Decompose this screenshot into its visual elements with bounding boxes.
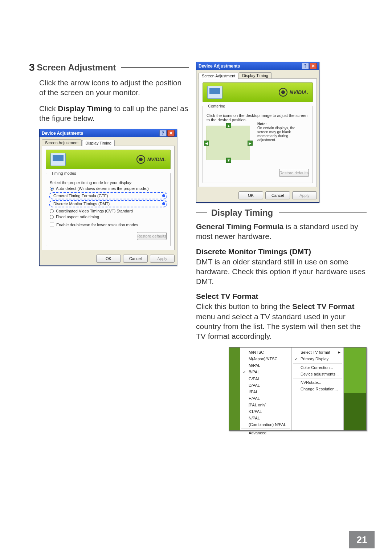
cancel-button[interactable]: Cancel xyxy=(123,255,148,263)
checkbox-doublescan[interactable]: Enable doublescan for lower resolution m… xyxy=(50,223,167,227)
menu-item[interactable]: Color Correction... xyxy=(292,364,343,371)
group-intro: Select the proper timing mode for your d… xyxy=(50,180,167,185)
menu-item[interactable]: NVRotate... xyxy=(292,379,343,386)
menu-item[interactable]: D/PAL xyxy=(240,382,291,389)
monitor-icon xyxy=(207,86,222,99)
checkmark-icon: ✓ xyxy=(243,370,246,374)
section-title: Screen Adjustment xyxy=(37,62,116,73)
menu-separator xyxy=(293,363,342,364)
cancel-button[interactable]: Cancel xyxy=(265,191,290,199)
menu-item[interactable]: [PAL only] xyxy=(240,402,291,408)
callout-dot-icon xyxy=(162,202,165,205)
menu-item[interactable]: M/PAL xyxy=(240,362,291,369)
radio-gtf[interactable]: General Timing Formula (GTF) xyxy=(53,194,108,198)
submenu-arrow-icon: ▶ xyxy=(338,350,340,354)
timing-modes-group: Timing modes Select the proper timing mo… xyxy=(46,173,171,246)
dialog-titlebar[interactable]: Device Adjustments ? ✕ xyxy=(196,62,319,70)
nvidia-logo: NVIDIA. xyxy=(279,88,308,97)
rule-line xyxy=(121,67,189,68)
group-intro: Click the icons on the desktop image to … xyxy=(207,113,309,122)
nvidia-eye-icon xyxy=(279,88,287,97)
menu-item[interactable]: K1/PAL xyxy=(240,408,291,415)
radio-icon xyxy=(50,209,54,213)
nvidia-logo: NVIDIA. xyxy=(136,155,166,164)
arrow-up-icon[interactable]: ▲ xyxy=(226,123,231,128)
ok-button[interactable]: OK xyxy=(96,255,121,263)
arrow-down-icon[interactable]: ▼ xyxy=(226,158,231,163)
menu-separator xyxy=(241,429,290,429)
checkbox-icon xyxy=(50,223,54,227)
menu-item[interactable]: M(Japan)/NTSC xyxy=(240,356,291,362)
menu-item[interactable]: I/PAL xyxy=(240,389,291,395)
close-icon[interactable]: ✕ xyxy=(167,130,175,137)
radio-auto-detect[interactable]: Auto-detect (Windows determines the prop… xyxy=(50,186,167,191)
tab-screen-adjustment[interactable]: Screen Adjustment xyxy=(199,73,238,79)
tab-display-timing[interactable]: Display Timing xyxy=(239,72,271,78)
restore-defaults-button[interactable]: Restore defaults xyxy=(279,169,309,177)
help-icon[interactable]: ? xyxy=(302,63,309,69)
banner: NVIDIA. xyxy=(46,150,171,169)
rule-line xyxy=(279,212,367,213)
body-text: Click this button to bring the Select TV… xyxy=(196,301,367,341)
menu-item[interactable]: Change Resolution... xyxy=(292,386,343,392)
arrow-left-icon[interactable]: ◀ xyxy=(204,141,209,146)
screen-position-pad: ▲ ▼ ◀ ▶ xyxy=(207,126,250,160)
menu-item[interactable]: ✓Primary Display xyxy=(292,356,343,362)
radio-fixed-aspect[interactable]: Fixed aspect ratio timing xyxy=(50,215,167,219)
apply-button[interactable]: Apply xyxy=(292,191,317,199)
menu-item[interactable]: Device adjustments... xyxy=(292,371,343,377)
group-label: Centering xyxy=(207,104,227,108)
radio-icon xyxy=(50,215,54,219)
restore-defaults-button[interactable]: Restore defaults xyxy=(137,232,167,240)
menu-item-advanced[interactable]: Advanced... xyxy=(240,430,291,436)
help-icon[interactable]: ? xyxy=(159,130,167,137)
checkmark-icon: ✓ xyxy=(295,357,298,361)
apply-button[interactable]: Apply xyxy=(150,255,175,263)
menu-separator xyxy=(293,378,342,378)
highlight-box: General Timing Formula (GTF) xyxy=(49,192,167,199)
menu-item[interactable]: ✓B/PAL xyxy=(240,369,291,376)
sub-heading-dmt: Discrete Monitor Timings (DMT) xyxy=(196,247,367,256)
tab-display-timing[interactable]: Display Timing xyxy=(82,140,115,146)
dialog-title: Device Adjustments xyxy=(42,131,159,136)
device-adjustments-dialog-centering: Device Adjustments ? ✕ Screen Adjustment… xyxy=(196,62,319,203)
note-text: Note: On certain displays, the screen ma… xyxy=(257,122,301,142)
body-text: Click the arrow icons to adjust the posi… xyxy=(39,78,189,98)
callout-dot-icon xyxy=(162,194,165,197)
menu-item[interactable]: H/PAL xyxy=(240,395,291,402)
body-text: General Timing Formula is a standard use… xyxy=(196,222,367,242)
arrow-right-icon[interactable]: ▶ xyxy=(248,141,253,146)
section-heading: 3 Screen Adjustment xyxy=(29,62,189,73)
section-number: 3 xyxy=(29,62,35,73)
tab-screen-adjustment[interactable]: Screen Adjustment xyxy=(42,139,82,146)
highlight-box: Discrete Monitor Timings (DMT) xyxy=(49,200,167,207)
page-number: 21 xyxy=(349,531,375,548)
group-label: Timing modes xyxy=(50,171,78,175)
radio-cvt[interactable]: Coordinated Video Timings (CVT) Standard xyxy=(50,209,167,213)
radio-dmt[interactable]: Discrete Monitor Timings (DMT) xyxy=(53,202,110,206)
nvidia-context-menu: Select TV format▶ ✓Primary Display Color… xyxy=(292,348,344,430)
desktop-strip xyxy=(229,348,240,430)
radio-icon xyxy=(50,187,54,191)
monitor-clock-icon xyxy=(50,153,66,166)
menu-item[interactable]: N/PAL xyxy=(240,415,291,421)
dialog-titlebar[interactable]: Device Adjustments ? ✕ xyxy=(40,129,177,137)
close-icon[interactable]: ✕ xyxy=(310,63,317,69)
subheading-display-timing: Display Timing xyxy=(196,208,367,218)
menu-item[interactable]: M/NTSC xyxy=(240,349,291,356)
menu-item[interactable]: (Combination) N/PAL xyxy=(240,421,291,428)
menu-item[interactable]: Select TV format▶ xyxy=(292,349,343,356)
centering-group: Centering Click the icons on the desktop… xyxy=(203,106,313,183)
body-text: Click Display Timing to call up the pane… xyxy=(39,104,189,123)
device-adjustments-dialog-timing: Device Adjustments ? ✕ Screen Adjustment… xyxy=(39,129,177,266)
select-tv-format-menu: M/NTSC M(Japan)/NTSC M/PAL ✓B/PAL G/PAL … xyxy=(229,347,367,431)
dialog-title: Device Adjustments xyxy=(199,64,301,69)
ok-button[interactable]: OK xyxy=(238,191,263,199)
sub-heading-tv-format: Select TV Format xyxy=(196,292,367,301)
tv-format-list: M/NTSC M(Japan)/NTSC M/PAL ✓B/PAL G/PAL … xyxy=(240,348,292,430)
desktop-background xyxy=(344,348,366,430)
menu-item[interactable]: G/PAL xyxy=(240,376,291,382)
banner: NVIDIA. xyxy=(203,82,313,102)
body-text: DMT is an older standard still in use on… xyxy=(196,257,367,287)
nvidia-eye-icon xyxy=(136,155,145,164)
